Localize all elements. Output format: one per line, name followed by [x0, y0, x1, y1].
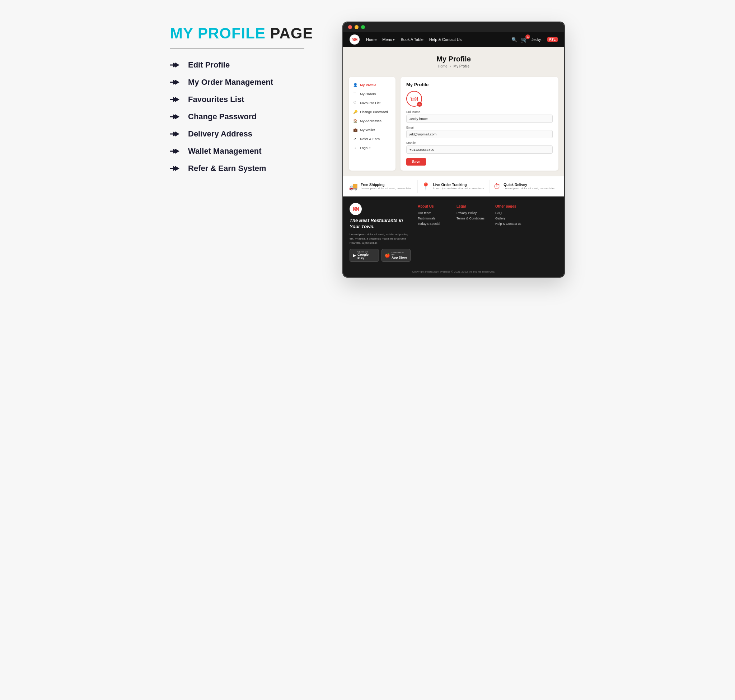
- arrow-icon: [170, 78, 182, 86]
- fullname-label: Full name: [406, 110, 553, 114]
- footer-link-help-&-contact-us[interactable]: Help & Contact us: [495, 222, 524, 225]
- app-store-large: App Store: [392, 256, 407, 259]
- footer-logo-icon: 🍽: [353, 206, 358, 212]
- google-play-large: Google Play: [358, 253, 376, 260]
- sidebar-item-my-profile[interactable]: 👤 My Profile: [349, 81, 396, 90]
- app-store-badge[interactable]: 🍎 Download on the App Store: [381, 249, 411, 262]
- sidebar-icon-refer-earn: ↗: [353, 137, 358, 141]
- breadcrumb-current: My Profile: [453, 64, 469, 68]
- sidebar-icon-my-addresses: 🏠: [353, 119, 358, 123]
- service-text-quick-delivery: Quick Delivey Lorem ipsum dolor sit amet…: [503, 183, 555, 190]
- footer-link-privacy-policy[interactable]: Privacy Policy: [456, 211, 485, 215]
- fullname-input[interactable]: [406, 115, 553, 123]
- service-desc-quick-delivery: Lorem ipsum dolor sit amet, consectetur: [503, 187, 555, 190]
- service-divider-2: [490, 180, 490, 193]
- feature-item-refer-earn: Refer & Earn System: [170, 164, 328, 173]
- browser-dot-yellow[interactable]: [355, 25, 358, 29]
- avatar-edit-badge[interactable]: ✏: [417, 101, 422, 107]
- footer-link-our-team[interactable]: Our team: [418, 211, 446, 215]
- browser-mockup: 🍽 Home Menu Book A Table Help & Contact …: [342, 22, 565, 278]
- avatar-wrap: 🍽 ✏: [406, 91, 553, 107]
- service-divider-1: [417, 180, 418, 193]
- sidebar-label-favourite-list: Favourite List: [360, 101, 380, 105]
- sidebar-icon-my-profile: 👤: [353, 83, 358, 87]
- heading-highlight: MY PROFILE: [170, 25, 266, 42]
- feature-label: Delivery Address: [188, 129, 252, 139]
- footer-link-terms-&-conditions[interactable]: Terms & Conditions: [456, 216, 485, 220]
- sidebar-item-my-orders[interactable]: ☰ My Orders: [349, 90, 396, 99]
- browser-dot-red[interactable]: [348, 25, 352, 29]
- app-badges: ▶ GET IT ON Google Play 🍎 Download on th…: [349, 249, 411, 262]
- footer-link-today's-special[interactable]: Today's Special: [418, 222, 446, 225]
- sidebar-icon-logout: →: [353, 146, 358, 150]
- browser-dot-green[interactable]: [361, 25, 365, 29]
- footer-legal-title: Legal: [456, 204, 485, 208]
- footer-top: 🍽 The Best Restaurants in Your Town. Lor…: [349, 203, 558, 262]
- rtl-button[interactable]: RTL: [547, 37, 558, 42]
- sidebar-item-refer-earn[interactable]: ↗ Refer & Earn: [349, 134, 396, 143]
- sidebar-icon-my-orders: ☰: [353, 92, 358, 96]
- nav-help[interactable]: Help & Contact Us: [429, 37, 462, 42]
- google-play-text: GET IT ON Google Play: [358, 251, 376, 260]
- fullname-group: Full name: [406, 110, 553, 123]
- service-text-free-shipping: Free Shipping Lorem ipsum dolor sit amet…: [361, 183, 412, 190]
- sidebar-label-my-orders: My Orders: [360, 92, 376, 96]
- sidebar-item-my-addresses[interactable]: 🏠 My Addresses: [349, 116, 396, 125]
- breadcrumb: Home › My Profile: [347, 64, 560, 68]
- service-title-live-tracking: Live Order Tracking: [433, 183, 484, 187]
- service-icon-quick-delivery: ⏱: [493, 182, 501, 191]
- nav-book-table[interactable]: Book A Table: [401, 37, 423, 42]
- nav-right: 🔍 🛒 1 Jecky... RTL: [511, 36, 558, 43]
- feature-label: Change Password: [188, 112, 257, 121]
- browser-bar: [343, 22, 564, 32]
- profile-card: My Profile 🍽 ✏ Full name Email: [401, 77, 558, 171]
- breadcrumb-separator: ›: [450, 64, 452, 68]
- arrow-icon: [170, 113, 182, 121]
- nav-home[interactable]: Home: [366, 37, 377, 42]
- email-input[interactable]: [406, 130, 553, 138]
- footer-link-faq[interactable]: FAQ: [495, 211, 524, 215]
- arrow-icon: [170, 165, 182, 172]
- mobile-label: Mobile: [406, 141, 553, 145]
- feature-label: My Order Management: [188, 78, 273, 87]
- heading-normal-text: PAGE: [270, 25, 313, 42]
- services-strip: 🚚 Free Shipping Lorem ipsum dolor sit am…: [343, 176, 564, 197]
- feature-label: Favourites List: [188, 95, 244, 104]
- feature-list: Edit Profile My Order Management Favouri…: [170, 60, 328, 173]
- copyright: Copyright Restaurant Website © 2021-2022…: [349, 270, 558, 273]
- sidebar-item-favourite-list[interactable]: ♡ Favourite List: [349, 99, 396, 107]
- google-play-badge[interactable]: ▶ GET IT ON Google Play: [349, 249, 379, 262]
- apple-icon: 🍎: [385, 253, 390, 258]
- footer-bottom: Copyright Restaurant Website © 2021-2022…: [349, 267, 558, 273]
- footer-tagline: The Best Restaurants in Your Town.: [349, 218, 411, 230]
- sidebar-item-change-password[interactable]: 🔑 Change Password: [349, 107, 396, 116]
- save-button[interactable]: Save: [406, 158, 426, 166]
- footer-other-title: Other pages: [495, 204, 524, 208]
- service-desc-live-tracking: Lorem ipsum dolor sit amet, consectetur: [433, 187, 484, 190]
- sidebar-icon-my-wallet: 💼: [353, 128, 358, 132]
- nav-menu[interactable]: Menu: [382, 37, 395, 42]
- avatar: 🍽 ✏: [406, 91, 422, 107]
- search-icon[interactable]: 🔍: [511, 37, 517, 43]
- nav-logo-icon: 🍽: [352, 37, 357, 43]
- email-label: Email: [406, 126, 553, 129]
- cart-badge[interactable]: 🛒 1: [521, 36, 528, 43]
- nav-user[interactable]: Jecky...: [531, 38, 543, 42]
- app-store-text: Download on the App Store: [392, 251, 407, 259]
- nav-links: Home Menu Book A Table Help & Contact Us: [366, 37, 508, 42]
- footer-link-gallery[interactable]: Gallery: [495, 216, 524, 220]
- feature-item-wallet-management: Wallet Management: [170, 147, 328, 156]
- profile-card-title: My Profile: [406, 82, 553, 87]
- main-content: 👤 My Profile ☰ My Orders ♡ Favourite Lis…: [343, 72, 564, 176]
- service-title-free-shipping: Free Shipping: [361, 183, 412, 187]
- sidebar-icon-favourite-list: ♡: [353, 101, 358, 105]
- heading-divider: [170, 48, 304, 49]
- footer-link-testimonials[interactable]: Testimonials: [418, 216, 446, 220]
- breadcrumb-home[interactable]: Home: [438, 64, 447, 68]
- footer-brand: 🍽 The Best Restaurants in Your Town. Lor…: [349, 203, 411, 262]
- sidebar-item-my-wallet[interactable]: 💼 My Wallet: [349, 125, 396, 134]
- arrow-icon: [170, 147, 182, 155]
- sidebar-item-logout[interactable]: → Logout: [349, 143, 396, 152]
- mobile-input[interactable]: [406, 146, 553, 154]
- sidebar: 👤 My Profile ☰ My Orders ♡ Favourite Lis…: [349, 77, 396, 171]
